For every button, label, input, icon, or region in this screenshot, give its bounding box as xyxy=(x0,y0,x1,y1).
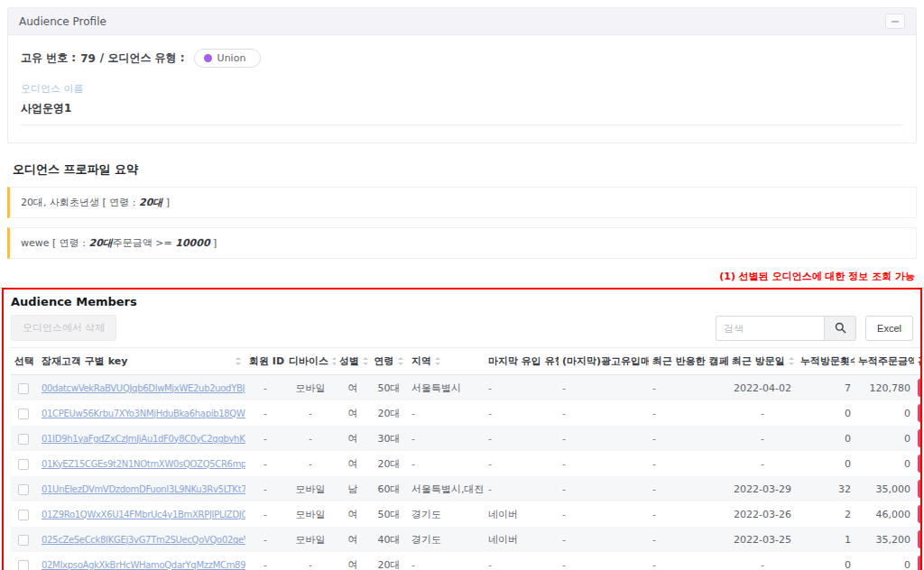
column-header-last_visit[interactable]: 최근 방문일 xyxy=(728,348,797,375)
customer-key-link[interactable]: 01CPEUw56Krbu7XYo3NMjHduBka6hapib18QWEV2 xyxy=(42,409,245,418)
row-checkbox[interactable] xyxy=(18,459,29,470)
cell-order_amount: 46,000 xyxy=(855,501,914,527)
cell-value: - xyxy=(488,559,492,570)
cell-value: 7 xyxy=(845,382,851,394)
delete-row-button[interactable]: 삭제 xyxy=(918,379,922,397)
cell-last_inflow_type: 네이버 xyxy=(485,501,559,527)
cell-last_visit: - xyxy=(728,451,797,476)
column-header-device[interactable]: 디바이스 xyxy=(285,348,336,375)
search-button[interactable] xyxy=(824,316,856,341)
customer-key-link[interactable]: 01KyEZ15CGEs9t2N1NOtmXW0sQOZQ5CR6mpKIrQY xyxy=(42,459,245,469)
column-header-key[interactable]: 잠재고객 구별 key xyxy=(38,348,245,375)
column-header-recent_campaign[interactable]: 최근 반응한 캠페인 xyxy=(649,348,728,375)
cell-device: - xyxy=(285,451,336,476)
delete-row-button[interactable]: 삭제 xyxy=(918,455,922,473)
customer-key-link[interactable]: 00datcwVekRaBVUQJqb6DlwMjxWE2ub2uodYBJUP xyxy=(42,383,245,393)
column-header-last_inflow_type[interactable]: 마지막 유입 유형 xyxy=(485,348,559,375)
cell-recent_campaign: - xyxy=(649,451,728,476)
cell-value: 모바일 xyxy=(296,534,326,546)
cell-member_id: - xyxy=(245,400,285,426)
members-panel: Audience Members 오디언스에서 삭제 Excel 선택잠재고객 … xyxy=(2,288,922,570)
customer-key-link[interactable]: 025cZeSeCck8IKGEj3vG7Tm2SUecQoVQo02qeVFQ xyxy=(42,535,245,545)
cell-value: 30대 xyxy=(378,433,401,445)
cell-key: 01KyEZ15CGEs9t2N1NOtmXW0sQOZQ5CR6mpKIrQY xyxy=(38,451,245,476)
cell-device: - xyxy=(285,552,336,570)
row-checkbox[interactable] xyxy=(18,409,29,419)
cell-value: 네이버 xyxy=(488,534,518,546)
cell-key: 00datcwVekRaBVUQJqb6DlwMjxWE2ub2uodYBJUP xyxy=(38,375,245,401)
cell-region: - xyxy=(408,426,485,451)
cell-value: - xyxy=(652,559,656,570)
cell-value: 서울특별시 xyxy=(411,382,461,394)
column-label: 관리 xyxy=(918,355,922,367)
customer-key-link[interactable]: 01UnEIezDVmVDzdomDFuonI3L9NKu3Rv5LTKt7k7 xyxy=(42,484,245,494)
minimize-button[interactable] xyxy=(885,14,905,29)
column-header-select: 선택 xyxy=(11,348,38,375)
cell-value: - xyxy=(488,483,492,495)
cell-value: 모바일 xyxy=(296,382,326,394)
column-header-order_amount: 누적주문금액 xyxy=(855,348,914,375)
cell-value: - xyxy=(761,559,764,570)
delete-row-button[interactable]: 삭제 xyxy=(918,505,922,523)
cell-value: 2022-03-26 xyxy=(734,509,791,520)
summary-text: ] xyxy=(210,237,217,249)
delete-row-button[interactable]: 삭제 xyxy=(918,404,922,422)
cell-value: 0 xyxy=(845,433,851,445)
delete-row-button[interactable]: 삭제 xyxy=(918,556,922,570)
panel-body: 고유 번호 : 79 / 오디언스 유형 : Union 오디언스 이름 사업운… xyxy=(8,35,916,142)
panel-title: Audience Profile xyxy=(19,15,106,28)
delete-row-button[interactable]: 삭제 xyxy=(918,429,922,447)
cell-value: 120,780 xyxy=(870,382,911,394)
column-header-manage[interactable]: 관리 xyxy=(914,348,922,375)
cell-value: - xyxy=(562,433,566,445)
delete-row-button[interactable]: 삭제 xyxy=(918,530,922,548)
column-header-last_ad_media[interactable]: (마지막)광고유입매체 xyxy=(559,348,649,375)
delete-selected-button[interactable]: 오디언스에서 삭제 xyxy=(11,315,116,341)
cell-value: - xyxy=(652,433,656,445)
cell-value: - xyxy=(263,534,267,546)
excel-button[interactable]: Excel xyxy=(865,316,913,341)
cell-value: 35,200 xyxy=(876,534,911,546)
cell-value: 남 xyxy=(348,483,358,495)
cell-value: - xyxy=(761,433,764,445)
cell-value: - xyxy=(652,458,656,470)
cell-last_visit: 2022-04-02 xyxy=(728,375,797,401)
cell-value: - xyxy=(263,408,267,419)
row-checkbox[interactable] xyxy=(18,484,29,495)
column-header-age[interactable]: 연령 xyxy=(370,348,408,375)
cell-value: 0 xyxy=(845,458,851,470)
cell-value: - xyxy=(263,433,267,445)
cell-age: 60대 xyxy=(370,476,408,501)
row-checkbox[interactable] xyxy=(18,383,29,394)
cell-last_ad_media: - xyxy=(559,501,649,527)
column-header-gender[interactable]: 성별 xyxy=(336,348,370,375)
column-header-region[interactable]: 지역 xyxy=(408,348,485,375)
cell-gender: 여 xyxy=(336,400,370,426)
cell-value: 여 xyxy=(348,534,358,546)
cell-value: - xyxy=(263,458,267,470)
cell-gender: 여 xyxy=(336,552,370,570)
cell-value: - xyxy=(562,534,566,546)
row-checkbox[interactable] xyxy=(18,510,29,520)
cell-value: 40대 xyxy=(378,534,401,546)
cell-last_inflow_type: - xyxy=(485,451,559,476)
cell-value: 20대 xyxy=(378,458,401,470)
cell-recent_campaign: - xyxy=(649,400,728,426)
cell-recent_campaign: - xyxy=(649,476,728,501)
row-checkbox[interactable] xyxy=(18,434,29,445)
customer-key-link[interactable]: 01ID9h1yaFgdZxCzJmJiAu1dF0y8C0yC2ggbyhKI xyxy=(42,434,245,444)
cell-region: 서울특별시 xyxy=(408,375,485,401)
search-input[interactable] xyxy=(716,316,824,341)
cell-value: 1 xyxy=(845,534,851,546)
cell-manage: 삭제 xyxy=(914,527,922,552)
column-label: 연령 xyxy=(374,355,394,367)
row-checkbox[interactable] xyxy=(18,535,29,546)
sort-icon xyxy=(363,357,369,365)
column-header-member_id[interactable]: 회원 ID xyxy=(245,348,285,375)
row-checkbox[interactable] xyxy=(18,560,29,570)
delete-row-button[interactable]: 삭제 xyxy=(918,480,922,498)
cell-last_ad_media: - xyxy=(559,375,649,401)
customer-key-link[interactable]: 01Z9Ro1QWxX6U14FMbrUc4y1BmXRPJIPLIZDJ0tG xyxy=(42,510,245,519)
column-label: 지역 xyxy=(411,355,431,367)
customer-key-link[interactable]: 02MIxpsoAgkXkBrHcWHamoQdarYqMzzMCm89LAzl xyxy=(42,560,245,570)
